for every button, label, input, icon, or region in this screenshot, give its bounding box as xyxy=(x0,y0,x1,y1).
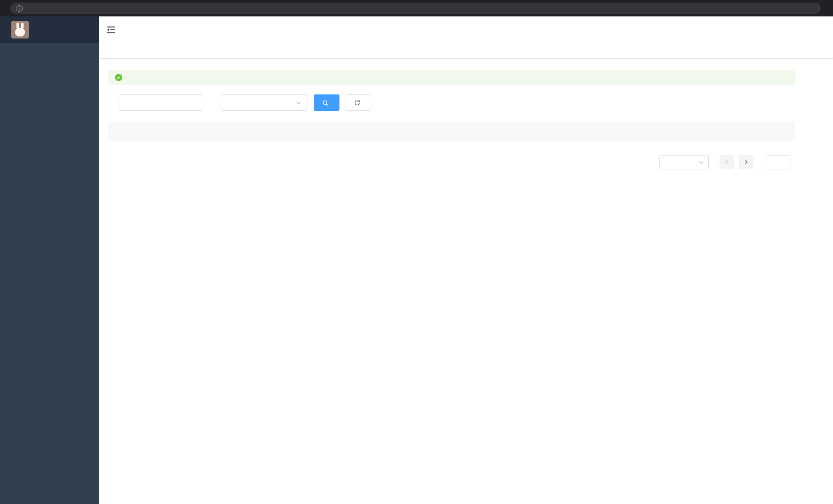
sidebar xyxy=(0,16,99,504)
app-header xyxy=(99,16,833,43)
token-table xyxy=(108,122,795,141)
next-page-button[interactable] xyxy=(739,155,753,169)
doc-alert xyxy=(108,70,795,85)
user-type-select[interactable] xyxy=(221,94,307,111)
browser-chrome: i xyxy=(0,0,833,16)
app-logo[interactable] xyxy=(0,16,99,43)
goto-page-input[interactable] xyxy=(767,155,790,169)
pagination xyxy=(108,155,795,169)
chevron-down-icon xyxy=(296,100,301,106)
collapse-sidebar-icon[interactable] xyxy=(106,25,116,34)
table-header xyxy=(108,122,795,141)
sidebar-menu-bottom xyxy=(0,43,99,504)
search-button[interactable] xyxy=(314,94,339,111)
filter-form xyxy=(108,94,795,111)
prev-page-button[interactable] xyxy=(720,155,734,169)
page-content xyxy=(108,59,795,169)
user-id-input[interactable] xyxy=(119,94,202,111)
page-info-icon[interactable]: i xyxy=(16,5,23,12)
reset-button[interactable] xyxy=(346,94,371,111)
success-check-icon xyxy=(115,74,122,81)
logo-avatar-image xyxy=(11,21,29,38)
search-icon xyxy=(322,100,329,106)
chevron-down-icon xyxy=(698,160,704,165)
tag-tabs-bar xyxy=(99,43,833,59)
address-bar[interactable]: i xyxy=(10,3,821,14)
page-size-select[interactable] xyxy=(659,155,709,169)
refresh-icon xyxy=(354,100,361,106)
